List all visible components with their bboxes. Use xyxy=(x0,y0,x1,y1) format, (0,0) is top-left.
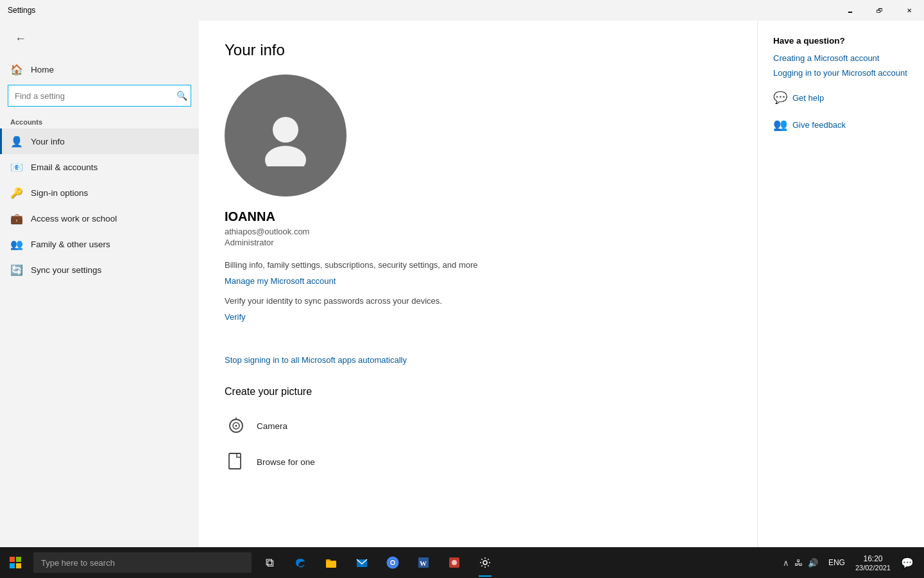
svg-rect-11 xyxy=(326,561,336,568)
svg-text:W: W xyxy=(420,559,427,567)
back-button[interactable]: ← xyxy=(8,26,33,51)
sidebar-item-your-info[interactable]: 👤 Your info xyxy=(0,128,199,154)
minimize-button[interactable]: 🗕 xyxy=(835,0,865,21)
verify-text: Verify your identity to sync passwords a… xyxy=(225,296,732,306)
start-button[interactable] xyxy=(0,547,31,578)
sync-settings-icon: 🔄 xyxy=(10,263,23,276)
svg-rect-12 xyxy=(326,559,330,561)
stop-signing-link[interactable]: Stop signing in to all Microsoft apps au… xyxy=(225,355,407,365)
mail-icon xyxy=(355,556,368,569)
user-name: IOANNA xyxy=(225,209,732,224)
main-content: Your info IOANNA athiapos@outlook.com Ad… xyxy=(199,21,757,547)
your-info-icon: 👤 xyxy=(10,135,23,148)
have-question-label: Have a question? xyxy=(773,36,909,46)
get-help-label: Get help xyxy=(792,93,824,103)
search-input[interactable] xyxy=(8,85,191,107)
titlebar: Settings 🗕 🗗 ✕ xyxy=(0,0,924,21)
browse-option[interactable]: Browse for one xyxy=(225,444,732,480)
lang-indicator[interactable]: ENG xyxy=(823,547,850,578)
notification-icon: 💬 xyxy=(901,557,914,569)
taskbar-search[interactable]: Type here to search xyxy=(33,552,252,573)
get-help-row[interactable]: 💬 Get help xyxy=(773,91,909,105)
taskbar-app-settings[interactable] xyxy=(470,547,501,578)
app-body: ← 🏠 Home 🔍 Accounts 👤 Your info 📧 Email … xyxy=(0,21,924,547)
chevron-up-icon[interactable]: ∧ xyxy=(782,557,791,569)
search-container: 🔍 xyxy=(8,85,191,107)
sidebar-item-family-other-users[interactable]: 👥 Family & other users xyxy=(0,231,199,257)
svg-rect-6 xyxy=(229,453,241,469)
taskbar-app-file-explorer[interactable] xyxy=(316,547,346,578)
sync-settings-label: Sync your settings xyxy=(31,265,101,275)
sidebar-item-access-work-school[interactable]: 💼 Access work or school xyxy=(0,206,199,231)
camera-icon xyxy=(225,414,248,437)
app6-icon xyxy=(448,556,461,569)
camera-option[interactable]: Camera xyxy=(225,408,732,444)
user-email: athiapos@outlook.com xyxy=(225,227,732,236)
date-display: 23/02/2021 xyxy=(855,564,891,572)
speaker-icon[interactable]: 🔊 xyxy=(807,557,819,569)
lang-text: ENG xyxy=(828,558,845,567)
browse-label: Browse for one xyxy=(257,457,315,467)
clock[interactable]: 16:20 23/02/2021 xyxy=(850,547,896,578)
file-explorer-icon xyxy=(325,556,338,569)
taskbar-apps: ⧉W xyxy=(254,547,501,578)
logging-in-link[interactable]: Logging in to your Microsoft account xyxy=(773,68,909,78)
home-icon: 🏠 xyxy=(10,63,23,76)
taskbar-search-placeholder: Type here to search xyxy=(41,558,115,568)
billing-info-text: Billing info, family settings, subscript… xyxy=(225,260,732,270)
give-feedback-icon: 👥 xyxy=(773,118,787,132)
titlebar-title: Settings xyxy=(8,6,35,15)
avatar-icon xyxy=(257,96,314,175)
task-view-icon: ⧉ xyxy=(266,556,274,570)
sidebar-item-sync-settings[interactable]: 🔄 Sync your settings xyxy=(0,257,199,283)
svg-point-21 xyxy=(483,561,487,565)
family-other-users-label: Family & other users xyxy=(31,240,110,249)
word-icon: W xyxy=(417,556,430,569)
search-wrap: 🔍 xyxy=(8,85,191,107)
time-display: 16:20 xyxy=(863,554,882,565)
page-title: Your info xyxy=(225,41,732,59)
network-icon[interactable]: 🖧 xyxy=(793,557,804,569)
email-accounts-icon: 📧 xyxy=(10,161,23,173)
taskbar-app-task-view[interactable]: ⧉ xyxy=(254,547,285,578)
get-help-icon: 💬 xyxy=(773,91,787,105)
sidebar-item-email-accounts[interactable]: 📧 Email & accounts xyxy=(0,154,199,180)
avatar xyxy=(225,74,346,197)
verify-link[interactable]: Verify xyxy=(225,312,246,322)
search-button[interactable]: 🔍 xyxy=(176,91,187,101)
manage-account-link[interactable]: Manage my Microsoft account xyxy=(225,276,336,286)
user-role: Administrator xyxy=(225,238,732,247)
svg-point-0 xyxy=(273,117,298,143)
svg-point-1 xyxy=(265,146,306,166)
svg-rect-9 xyxy=(10,563,15,568)
taskbar: Type here to search ⧉W ∧ 🖧 🔊 ENG 16:20 2… xyxy=(0,547,924,578)
camera-label: Camera xyxy=(257,421,287,431)
close-button[interactable]: ✕ xyxy=(894,0,924,21)
chrome-icon xyxy=(386,556,399,569)
svg-rect-10 xyxy=(16,563,21,568)
restore-button[interactable]: 🗗 xyxy=(865,0,894,21)
creating-account-link[interactable]: Creating a Microsoft account xyxy=(773,53,909,63)
taskbar-app-edge[interactable] xyxy=(285,547,316,578)
sidebar-item-home[interactable]: 🏠 Home xyxy=(0,57,199,82)
svg-point-16 xyxy=(391,561,395,565)
email-accounts-label: Email & accounts xyxy=(31,162,98,172)
sidebar-items-container: 👤 Your info 📧 Email & accounts 🔑 Sign-in… xyxy=(0,128,199,283)
sidebar-item-sign-in-options[interactable]: 🔑 Sign-in options xyxy=(0,180,199,206)
give-feedback-row[interactable]: 👥 Give feedback xyxy=(773,118,909,132)
taskbar-app-word[interactable]: W xyxy=(408,547,439,578)
taskbar-app-chrome[interactable] xyxy=(377,547,408,578)
svg-rect-8 xyxy=(16,557,21,562)
sign-in-options-label: Sign-in options xyxy=(31,188,88,198)
svg-point-4 xyxy=(235,425,237,427)
home-label: Home xyxy=(31,65,54,74)
right-panel: Have a question? Creating a Microsoft ac… xyxy=(757,21,924,547)
access-work-school-label: Access work or school xyxy=(31,214,117,223)
notification-button[interactable]: 💬 xyxy=(896,547,919,578)
taskbar-app-app6[interactable] xyxy=(439,547,470,578)
access-work-school-icon: 💼 xyxy=(10,212,23,225)
taskbar-app-mail[interactable] xyxy=(346,547,377,578)
systray: ∧ 🖧 🔊 xyxy=(778,557,823,569)
accounts-section-label: Accounts xyxy=(0,114,199,128)
sidebar: ← 🏠 Home 🔍 Accounts 👤 Your info 📧 Email … xyxy=(0,21,199,547)
